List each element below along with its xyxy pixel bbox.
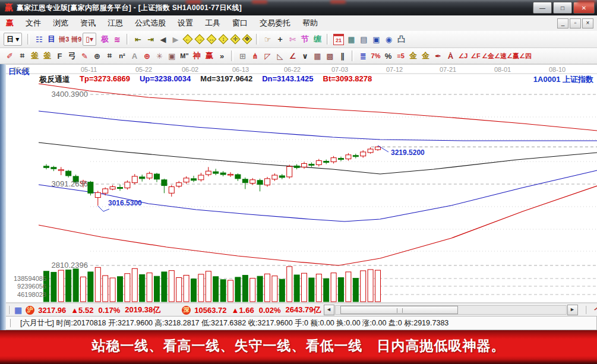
- knife-pen-icon[interactable]: ✒: [432, 50, 444, 62]
- box-tool-icon[interactable]: ⊞: [236, 50, 249, 62]
- screenshot-icon[interactable]: ◉: [383, 33, 395, 45]
- jifan-channel-icon[interactable]: 极: [99, 33, 111, 45]
- gann-wheel-icon[interactable]: ⊕: [91, 50, 103, 62]
- pan-right-icon[interactable]: →: [194, 33, 206, 45]
- five-lines-icon[interactable]: ≡5: [394, 50, 407, 62]
- quote-board-icon[interactable]: ☷: [33, 33, 45, 45]
- menu-item-窗口[interactable]: 窗口: [226, 17, 254, 29]
- menu-item-文件[interactable]: 文件: [20, 17, 47, 29]
- gold-circle-icon[interactable]: 金: [407, 50, 419, 62]
- promo-banner[interactable]: 站稳一线、看高一线、失守一线、看低一线 日内高抛低吸神器。: [0, 330, 597, 364]
- grid-ruler-icon[interactable]: ⌗: [103, 50, 116, 62]
- spiral-icon[interactable]: 弓: [66, 50, 78, 62]
- grid-table-icon[interactable]: ▦: [14, 305, 22, 315]
- fibo-f-icon[interactable]: F: [53, 50, 66, 62]
- period-day-button[interactable]: 日 ▾: [4, 33, 22, 46]
- angle-speed-icon[interactable]: ∠速: [494, 50, 507, 62]
- starburst-icon[interactable]: ✳: [153, 50, 166, 62]
- minimize-button[interactable]: —: [533, 2, 552, 14]
- calendar-icon[interactable]: 21: [333, 34, 344, 45]
- menu-item-工具[interactable]: 工具: [199, 17, 226, 29]
- pan-left-icon[interactable]: ←: [182, 33, 194, 45]
- minute-3-chart-icon[interactable]: 卌3: [58, 33, 70, 45]
- zoom-horizontal-icon[interactable]: ↔: [206, 33, 217, 45]
- menu-item-交易委托[interactable]: 交易委托: [254, 17, 296, 29]
- angle-f-icon[interactable]: ∠F: [469, 50, 482, 62]
- f10-info-icon[interactable]: 目: [45, 33, 58, 45]
- fan-fill-icon[interactable]: ◸: [261, 50, 274, 62]
- zoom-vertical-icon[interactable]: ↕: [217, 33, 229, 45]
- last-bar-icon[interactable]: ⇥: [144, 33, 157, 45]
- gann-festival-icon[interactable]: 节: [299, 33, 311, 45]
- percent-icon[interactable]: %: [382, 50, 394, 62]
- kline-chart[interactable]: 日K线 05-0205-1105-2206-0206-1306-2207-030…: [6, 64, 597, 303]
- indicator-value-3: Dn=3143.1425: [262, 74, 313, 85]
- angle-four-icon[interactable]: ∠四: [519, 50, 532, 62]
- calculator-icon[interactable]: ▦: [345, 33, 358, 45]
- fan-lines-icon[interactable]: ⋔: [249, 50, 261, 62]
- trend-pen-icon[interactable]: ✐: [4, 50, 16, 62]
- shen-tool-icon[interactable]: 神: [191, 50, 203, 62]
- zoom-out-icon[interactable]: ✥: [241, 33, 253, 45]
- gold-ratio-icon[interactable]: 釜: [29, 50, 41, 62]
- gold-lines-icon[interactable]: 金: [419, 50, 432, 62]
- grid-box2-icon[interactable]: ▩: [324, 50, 336, 62]
- prev-bar-icon[interactable]: ◀: [157, 33, 169, 45]
- pan-hand-icon[interactable]: ☞: [261, 33, 274, 45]
- wave-mark-icon[interactable]: M”: [178, 50, 191, 62]
- percent-ruler-icon[interactable]: ≣: [357, 50, 369, 62]
- gann-ruler-icon[interactable]: ⌗: [16, 50, 29, 62]
- ying-tool-icon[interactable]: 赢: [203, 50, 216, 62]
- crosshair-icon[interactable]: ＋: [274, 33, 286, 45]
- maximize-button[interactable]: □: [553, 2, 572, 14]
- menu-item-浏览[interactable]: 浏览: [47, 17, 74, 29]
- chip-distribution-icon[interactable]: ≋: [111, 33, 124, 45]
- text-tool-icon[interactable]: A: [128, 50, 141, 62]
- mdi-minimize-button[interactable]: _: [557, 18, 568, 29]
- grid-box-icon[interactable]: ▦: [311, 50, 324, 62]
- angle-gold-icon[interactable]: ∠金: [482, 50, 494, 62]
- wave-v-icon[interactable]: ∨: [299, 50, 311, 62]
- square-target-icon[interactable]: ▣: [166, 50, 178, 62]
- angle-j-icon[interactable]: ∠J: [457, 50, 469, 62]
- date-label-06-02: 06-02: [182, 66, 198, 73]
- scrollbar-track[interactable]: [335, 305, 567, 315]
- a-wave-icon[interactable]: Ȧ: [444, 50, 457, 62]
- candle-style-button[interactable]: ▯▾: [83, 33, 96, 46]
- notepad-icon[interactable]: ▤: [358, 33, 370, 45]
- minute-9-chart-icon[interactable]: 卌9: [70, 33, 83, 45]
- parallel-lines-icon[interactable]: ∥: [336, 50, 349, 62]
- next-bar-icon[interactable]: ▶: [169, 33, 182, 45]
- scroll-left-arrow[interactable]: ◄: [324, 305, 334, 315]
- chart-canvas[interactable]: [6, 65, 597, 303]
- shanghai-seal-icon: 沪: [26, 306, 34, 315]
- entangle-line-icon[interactable]: 缠: [311, 33, 324, 45]
- menu-item-帮助[interactable]: 帮助: [296, 17, 324, 29]
- mdi-close-button[interactable]: ×: [582, 18, 593, 29]
- menu-item-资讯[interactable]: 资讯: [74, 17, 102, 29]
- first-bar-icon[interactable]: ⇤: [132, 33, 144, 45]
- more-tools-chevron[interactable]: »: [216, 50, 228, 62]
- fan-grid-icon[interactable]: ◺: [274, 50, 286, 62]
- menu-item-设置[interactable]: 设置: [172, 17, 199, 29]
- mark-region-icon[interactable]: ✄: [286, 33, 299, 45]
- mdi-restore-button[interactable]: ▫: [570, 18, 581, 29]
- target-cross-icon[interactable]: ⊕: [141, 50, 153, 62]
- date-label-06-13: 06-13: [232, 66, 249, 73]
- indicator-value-2: Md=3197.9642: [200, 74, 252, 85]
- print-icon[interactable]: 凸: [395, 33, 408, 45]
- angle-line-icon[interactable]: ∠: [286, 50, 299, 62]
- seven-percent-icon[interactable]: 7%: [369, 50, 382, 62]
- price-annotation-1: 3219.5200: [391, 148, 425, 157]
- save-icon[interactable]: ▣: [370, 33, 383, 45]
- brush-pen-icon[interactable]: ✎: [78, 50, 91, 62]
- angle-ying-icon[interactable]: ∠赢: [507, 50, 519, 62]
- toolbar-separator: [27, 34, 30, 45]
- scroll-right-arrow[interactable]: ►: [567, 305, 578, 315]
- zoom-in-icon[interactable]: ✛: [229, 33, 241, 45]
- scrollbar-thumb[interactable]: [340, 306, 458, 314]
- gold-ratio2-icon[interactable]: 釜: [41, 50, 53, 62]
- menu-item-公式选股[interactable]: 公式选股: [129, 17, 172, 29]
- n-square-icon[interactable]: n²: [116, 50, 128, 62]
- menu-item-江恩[interactable]: 江恩: [102, 17, 129, 29]
